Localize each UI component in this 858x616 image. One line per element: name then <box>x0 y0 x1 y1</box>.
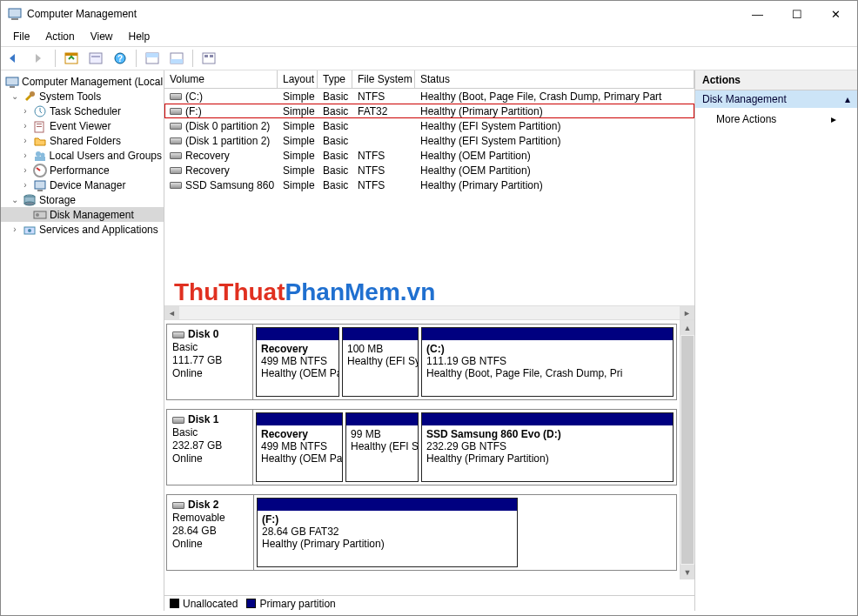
actions-section[interactable]: Disk Management ▴ <box>695 90 857 108</box>
partition[interactable]: (F:)28.64 GB FAT32Healthy (Primary Parti… <box>257 498 518 567</box>
tree-label: Computer Management (Local <box>22 76 163 88</box>
col-type[interactable]: Type <box>318 70 352 88</box>
clock-icon <box>33 104 47 118</box>
users-icon <box>33 149 47 163</box>
storage-icon <box>23 193 37 207</box>
col-layout[interactable]: Layout <box>278 70 318 88</box>
settings-button[interactable] <box>198 49 219 68</box>
volume-row[interactable]: (Disk 1 partition 2)SimpleBasicHealthy (… <box>164 133 694 148</box>
actions-more[interactable]: More Actions ▸ <box>695 108 857 131</box>
col-status[interactable]: Status <box>415 70 694 88</box>
view-top-button[interactable] <box>142 49 163 68</box>
partition[interactable]: 99 MBHealthy (EFI Sy <box>345 412 419 482</box>
volume-row[interactable]: SSD Samsung 860 Evo (D:)SimpleBasicNTFSH… <box>164 177 694 192</box>
svg-point-17 <box>30 91 35 97</box>
disk-row[interactable]: Disk 0Basic111.77 GBOnlineRecovery499 MB… <box>166 324 677 400</box>
titlebar: Computer Management — ☐ ✕ <box>1 1 857 27</box>
forward-button[interactable] <box>29 49 50 68</box>
legend-primary-swatch <box>246 599 256 608</box>
tree-item-event-viewer[interactable]: ›Event Viewer <box>1 118 164 133</box>
volume-row[interactable]: (F:)SimpleBasicFAT32Healthy (Primary Par… <box>164 104 694 118</box>
tree-label: Disk Management <box>50 209 134 221</box>
tree-services[interactable]: › Services and Applications <box>1 222 164 237</box>
menu-file[interactable]: File <box>6 29 37 44</box>
show-hide-tree-button[interactable] <box>61 49 82 68</box>
tree-item-shared-folders[interactable]: ›Shared Folders <box>1 133 164 148</box>
collapse-icon: ▴ <box>845 93 850 105</box>
svg-rect-26 <box>35 181 45 189</box>
volume-hscrollbar[interactable]: ◄ ► <box>164 305 694 320</box>
expand-icon[interactable]: › <box>20 136 30 145</box>
back-button[interactable] <box>4 49 25 68</box>
menu-help[interactable]: Help <box>122 29 158 44</box>
partition[interactable]: (C:)111.19 GB NTFSHealthy (Boot, Page Fi… <box>421 327 674 397</box>
volume-icon <box>170 93 182 100</box>
tree-item-task-scheduler[interactable]: ›Task Scheduler <box>1 104 164 118</box>
properties-button[interactable] <box>85 49 106 68</box>
menu-action[interactable]: Action <box>38 29 81 44</box>
tools-icon <box>23 90 37 104</box>
services-icon <box>23 223 37 237</box>
tree-pane: Computer Management (Local ⌄ System Tool… <box>1 70 164 611</box>
expand-icon[interactable]: ⌄ <box>10 91 20 101</box>
volume-row[interactable]: (Disk 0 partition 2)SimpleBasicHealthy (… <box>164 118 694 133</box>
svg-rect-5 <box>91 56 100 57</box>
tree-system-tools[interactable]: ⌄ System Tools <box>1 89 164 104</box>
partition-stripe <box>422 413 673 425</box>
expand-icon[interactable]: › <box>10 224 20 234</box>
tree-label: Shared Folders <box>50 135 121 147</box>
volume-row[interactable]: RecoverySimpleBasicNTFSHealthy (OEM Part… <box>164 148 694 163</box>
tree-root[interactable]: Computer Management (Local <box>1 74 164 89</box>
close-button[interactable]: ✕ <box>816 1 855 27</box>
disk-icon <box>172 502 184 509</box>
scroll-up-icon[interactable]: ▲ <box>680 320 694 335</box>
scroll-left-icon[interactable]: ◄ <box>164 306 179 319</box>
computer-icon <box>5 75 19 89</box>
disk-row[interactable]: Disk 1Basic232.87 GBOnlineRecovery499 MB… <box>166 409 677 485</box>
expand-icon[interactable]: ⌄ <box>10 195 20 204</box>
disk-icon <box>33 208 47 222</box>
menu-view[interactable]: View <box>84 29 120 44</box>
svg-rect-1 <box>11 18 18 20</box>
disk-icon <box>172 417 184 424</box>
partition[interactable]: Recovery499 MB NTFSHealthy (OEM Partiti <box>256 412 343 482</box>
partition[interactable]: 100 MBHealthy (EFI Sy <box>342 327 419 397</box>
legend-primary-label: Primary partition <box>259 598 335 610</box>
tree-item-device-manager[interactable]: ›Device Manager <box>1 177 164 192</box>
disk-vscrollbar[interactable]: ▲ ▼ <box>680 320 694 579</box>
disk-info: Disk 2Removable28.64 GBOnline <box>167 495 254 570</box>
disk-row[interactable]: Disk 2Removable28.64 GBOnline(F:)28.64 G… <box>166 494 677 571</box>
maximize-button[interactable]: ☐ <box>777 1 816 27</box>
volume-row[interactable]: RecoverySimpleBasicNTFSHealthy (OEM Part… <box>164 163 694 177</box>
partition-stripe <box>257 328 339 340</box>
partition[interactable]: Recovery499 MB NTFSHealthy (OEM Partit <box>256 327 339 397</box>
tree-item-performance[interactable]: ›Performance <box>1 163 164 177</box>
expand-icon[interactable]: › <box>20 180 30 190</box>
actions-header: Actions <box>695 70 857 90</box>
volume-list-header: Volume Layout Type File System Status <box>164 70 694 89</box>
scroll-down-icon[interactable]: ▼ <box>680 565 694 579</box>
toolbar: ? <box>1 46 857 70</box>
app-icon <box>8 7 22 21</box>
expand-icon[interactable]: › <box>20 121 30 131</box>
tree-disk-management[interactable]: Disk Management <box>1 207 164 222</box>
volume-row[interactable]: (C:)SimpleBasicNTFSHealthy (Boot, Page F… <box>164 89 694 104</box>
expand-icon[interactable]: › <box>20 106 30 116</box>
expand-icon[interactable]: › <box>20 151 30 160</box>
tree-item-local-users-and-groups[interactable]: ›Local Users and Groups <box>1 148 164 163</box>
help-button[interactable]: ? <box>110 49 131 68</box>
scroll-right-icon[interactable]: ► <box>680 306 694 319</box>
col-volume[interactable]: Volume <box>164 70 278 88</box>
view-bottom-button[interactable] <box>166 49 187 68</box>
minimize-button[interactable]: — <box>738 1 777 27</box>
tree-storage[interactable]: ⌄ Storage <box>1 192 164 207</box>
partition-stripe <box>346 413 418 425</box>
svg-point-32 <box>36 213 39 217</box>
chevron-right-icon: ▸ <box>831 113 836 125</box>
partition[interactable]: SSD Samsung 860 Evo (D:)232.29 GB NTFSHe… <box>421 412 674 482</box>
svg-rect-16 <box>10 86 15 88</box>
tree-label: System Tools <box>39 90 101 103</box>
col-filesystem[interactable]: File System <box>352 70 415 88</box>
expand-icon[interactable]: › <box>20 165 30 175</box>
scroll-thumb[interactable] <box>681 336 694 564</box>
